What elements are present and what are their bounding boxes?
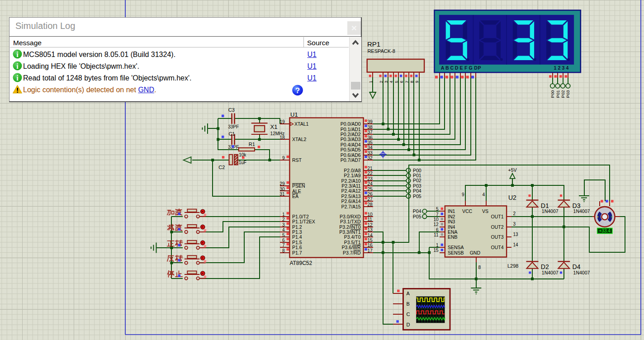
svg-text:B: B: [407, 301, 410, 307]
svg-text:P1.1/T2EX: P1.1/T2EX: [292, 219, 315, 224]
svg-text:14: 14: [368, 233, 373, 238]
svg-text:i: i: [16, 62, 19, 70]
svg-text:P0.7/AD7: P0.7/AD7: [341, 157, 361, 163]
svg-text:11: 11: [434, 232, 439, 237]
svg-text:P00: P00: [550, 90, 555, 98]
svg-text:D: D: [455, 65, 459, 71]
svg-text:ENB: ENB: [448, 234, 458, 240]
svg-text:A: A: [407, 291, 410, 296]
svg-text:P3.7/RD: P3.7/RD: [343, 250, 361, 255]
svg-text:P1.5: P1.5: [292, 240, 302, 245]
svg-text:IN2: IN2: [448, 214, 455, 219]
svg-text:P3.2/INT0: P3.2/INT0: [339, 224, 360, 230]
svg-text:IN3: IN3: [448, 219, 455, 224]
svg-text:E: E: [459, 65, 463, 71]
svg-text:1: 1: [282, 212, 285, 217]
svg-text:IN4: IN4: [448, 224, 455, 230]
svg-text:13: 13: [513, 232, 519, 237]
svg-text:16: 16: [368, 243, 373, 248]
svg-text:P1.6: P1.6: [292, 245, 302, 250]
svg-text:P1.4: P1.4: [292, 234, 302, 240]
svg-text:15: 15: [433, 248, 439, 253]
svg-text:+33.4: +33.4: [599, 228, 611, 233]
svg-text:31: 31: [279, 192, 285, 197]
svg-text:33: 33: [368, 151, 373, 156]
svg-text:35: 35: [368, 140, 373, 145]
svg-text:1uF: 1uF: [239, 160, 246, 165]
svg-text:2: 2: [513, 211, 516, 216]
svg-text:P2.1/A9: P2.1/A9: [344, 173, 361, 178]
svg-text:P0.0/AD0: P0.0/AD0: [341, 121, 361, 127]
svg-text:P3.3/INT1: P3.3/INT1: [339, 229, 360, 235]
svg-text:P03: P03: [565, 90, 570, 98]
svg-text:P04: P04: [413, 208, 421, 214]
svg-text:P05: P05: [413, 214, 421, 219]
svg-text:10: 10: [433, 217, 439, 222]
svg-text:14: 14: [513, 242, 519, 247]
svg-text:OUT4: OUT4: [491, 245, 503, 250]
svg-text:D: D: [407, 322, 410, 327]
svg-text:C1: C1: [228, 131, 235, 137]
svg-text:G: G: [469, 65, 473, 71]
svg-text:+5V: +5V: [508, 167, 517, 173]
svg-text:P2.4/A12: P2.4/A12: [341, 188, 360, 194]
svg-text:P03: P03: [413, 183, 421, 189]
svg-text:5: 5: [436, 207, 439, 212]
svg-text:AT89C52: AT89C52: [289, 260, 312, 266]
svg-text:30: 30: [279, 187, 285, 192]
svg-text:13: 13: [368, 227, 373, 232]
svg-text:IN1: IN1: [448, 208, 455, 214]
svg-text:P2.5/A13: P2.5/A13: [341, 194, 360, 199]
svg-text:4: 4: [282, 227, 285, 232]
svg-text:ENA: ENA: [448, 229, 458, 235]
svg-text:P1.2: P1.2: [292, 224, 302, 230]
svg-text:34: 34: [368, 145, 373, 150]
svg-text:P1.3: P1.3: [292, 229, 302, 235]
svg-text:P05: P05: [413, 194, 421, 199]
svg-text:1N4007: 1N4007: [542, 208, 559, 214]
svg-text:P04: P04: [413, 188, 421, 194]
svg-text:2: 2: [558, 65, 561, 71]
svg-text:P3.0/RXD: P3.0/RXD: [340, 214, 361, 219]
svg-text:P0.6/AD6: P0.6/AD6: [341, 152, 361, 158]
svg-text:P2.3/A11: P2.3/A11: [341, 183, 361, 189]
svg-text:37: 37: [368, 130, 373, 135]
svg-text:1: 1: [436, 243, 439, 248]
svg-text:B: B: [445, 65, 449, 71]
svg-text:D: D: [474, 65, 478, 71]
svg-text:P0.1/AD1: P0.1/AD1: [341, 127, 361, 132]
svg-text:29: 29: [279, 181, 285, 186]
svg-text:8: 8: [282, 248, 285, 253]
svg-text:P0.3/AD3: P0.3/AD3: [341, 137, 361, 142]
svg-text:4: 4: [389, 81, 393, 83]
svg-text:PSEN: PSEN: [292, 183, 305, 189]
svg-text:A: A: [441, 65, 445, 71]
svg-text:GND: GND: [470, 250, 481, 255]
svg-text:P1.0/T2: P1.0/T2: [292, 214, 309, 219]
svg-text:1: 1: [369, 81, 373, 83]
svg-text:3: 3: [513, 222, 516, 227]
svg-text:i: i: [16, 74, 19, 81]
svg-text:ALE: ALE: [292, 189, 301, 194]
svg-text:7: 7: [282, 243, 285, 248]
svg-text:5: 5: [394, 81, 399, 83]
svg-text:12: 12: [368, 222, 373, 227]
svg-text:3: 3: [282, 222, 285, 227]
svg-text:10: 10: [368, 212, 373, 217]
svg-text:7: 7: [405, 81, 409, 83]
svg-text:P1.7: P1.7: [292, 250, 302, 255]
svg-text:P02: P02: [413, 178, 421, 183]
svg-text:38: 38: [368, 125, 373, 130]
svg-text:6: 6: [436, 227, 439, 232]
svg-text:9: 9: [282, 156, 285, 161]
svg-text:P0.4/AD4: P0.4/AD4: [341, 142, 361, 147]
svg-text:RESPACK-8: RESPACK-8: [367, 48, 395, 54]
svg-text:P: P: [478, 65, 481, 71]
svg-text:1N4007: 1N4007: [542, 270, 559, 275]
svg-text:33PF: 33PF: [228, 124, 239, 129]
svg-text:P2.7/A15: P2.7/A15: [341, 204, 360, 209]
svg-text:P3.4/T0: P3.4/T0: [344, 234, 361, 240]
svg-text:SENSB: SENSB: [448, 250, 464, 255]
svg-text:26: 26: [368, 192, 373, 197]
svg-text:4: 4: [483, 192, 485, 197]
